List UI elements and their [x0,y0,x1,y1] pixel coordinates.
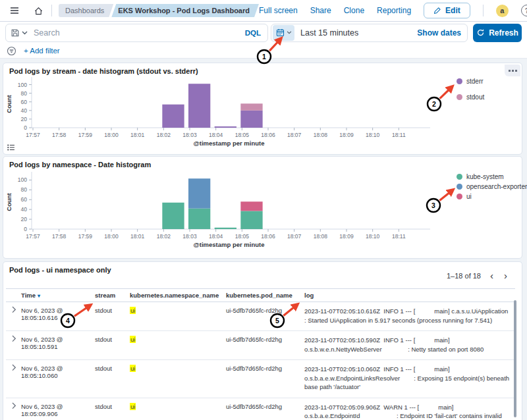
table-header-row: Time▾streamkubernetes.namespace_namekube… [6,288,515,302]
legend-toggle-icon[interactable] [5,142,17,153]
bar-namespace-kube-system-18:03[interactable] [188,209,210,229]
expand-row-icon[interactable] [6,360,21,373]
svg-text:40: 40 [21,107,28,114]
namespace-cell: ui [130,302,226,320]
refresh-icon [476,28,485,37]
bar-namespace-kube-system-18:05[interactable] [240,211,262,229]
bar-stream-stderr-18:04[interactable] [215,126,236,128]
avatar[interactable]: a [496,5,509,17]
svg-text:18:11: 18:11 [392,233,406,240]
svg-text:Count: Count [5,94,13,113]
filter-options-icon[interactable] [5,45,17,57]
column-header-log: log [304,289,515,302]
pod-cell: ui-5dfb7d65fc-rd2hg [226,360,304,378]
bar-namespace-kube-system-18:04[interactable] [215,228,236,229]
log-cell: 2023-11-07T02:05:10.590Z INFO 1 --- [ ma… [304,331,515,359]
expand-row-icon[interactable] [6,302,21,315]
bar-namespace-opensearch-exporter-18:03[interactable] [188,178,210,208]
search-bar: DQL [5,24,268,42]
svg-text:18:01: 18:01 [130,132,145,138]
svg-text:80: 80 [21,90,28,97]
pagination: 1–18 of 18 ‹ › [447,272,509,280]
time-cell: Nov 6, 2023 @ 18:05:09.906 [21,398,95,420]
saved-query-menu-button[interactable] [6,24,32,41]
legend-label: stdout [466,93,484,101]
svg-text:18:03: 18:03 [182,132,197,138]
svg-text:18:07: 18:07 [287,132,302,138]
calendar-icon [276,28,285,37]
next-page-icon[interactable]: › [503,272,509,280]
highlighted-namespace: ui [130,307,136,314]
svg-text:18:04: 18:04 [209,132,223,138]
panel-namespace-histogram: Pod logs by namespace - Date histogram 0… [3,156,522,259]
svg-text:18:09: 18:09 [339,132,354,138]
svg-text:18:01: 18:01 [130,233,145,240]
panel-options-icon[interactable] [505,65,520,76]
help-icon[interactable]: ? [521,5,527,16]
svg-text:18:09: 18:09 [339,233,354,240]
expand-column-header [6,289,21,294]
chart-legend: stderrstdout [457,78,484,101]
svg-text:17:58: 17:58 [52,132,67,138]
reporting-link[interactable]: Reporting [377,6,411,15]
legend-item-stderr[interactable]: stderr [457,78,484,85]
legend-label: stderr [466,78,484,85]
home-icon[interactable] [30,3,46,18]
legend-item-kube-system[interactable]: kube-system [457,173,527,180]
svg-text:@timestamp per minute: @timestamp per minute [194,140,265,147]
search-input[interactable] [32,28,238,38]
edit-button[interactable]: Edit [424,3,470,18]
menu-icon[interactable] [7,3,22,18]
bar-namespace-kube-system-18:02[interactable] [162,203,184,229]
bar-namespace-ui-18:05[interactable] [240,201,262,211]
show-dates-link[interactable]: Show dates [417,28,461,38]
bar-stream-stderr-18:03[interactable] [188,84,210,128]
time-range-value[interactable]: Last 15 minutes [300,28,358,38]
table-scrollbar[interactable] [514,300,516,417]
svg-text:60: 60 [21,196,28,203]
clone-link[interactable]: Clone [344,6,364,15]
date-quick-select-button[interactable] [273,25,294,41]
panel-stream-histogram: Pod logs by stream - date histogram (std… [3,63,522,155]
refresh-button[interactable]: Refresh [473,24,522,42]
share-link[interactable]: Share [310,6,331,15]
column-header-time[interactable]: Time▾ [21,289,95,302]
legend-dot-icon [457,184,462,190]
pagination-count: 1–18 of 18 [447,272,481,280]
log-cell: 2023-11-07T02:05:10.616Z INFO 1 --- [ ma… [304,302,515,330]
panel-title: Pod logs - ui namespace only [3,262,522,274]
svg-text:17:57: 17:57 [26,132,40,138]
namespace-cell: ui [130,331,226,349]
legend-label: opensearch-exporter [466,183,527,190]
bar-stream-stdout-18:05[interactable] [240,103,262,110]
svg-text:18:00: 18:00 [104,233,119,240]
bar-stream-stderr-18:05[interactable] [240,111,262,128]
column-header-kubernetes-namespace-name: kubernetes.namespace_name [130,289,226,302]
logs-table: Time▾streamkubernetes.namespace_namekube… [6,288,515,420]
stream-cell: stdout [95,360,130,378]
previous-page-icon[interactable]: ‹ [489,272,495,280]
svg-text:20: 20 [21,116,28,122]
add-filter-link[interactable]: + Add filter [24,47,60,55]
legend-label: kube-system [466,173,504,180]
filter-bar: + Add filter [0,43,527,59]
top-navigation: Dashboards EKS Workshop - Pod Logs Dashb… [0,0,527,22]
query-toolbar: DQL Last 15 minutes Show dates Refresh [0,22,527,43]
pod-cell: ui-5dfb7d65fc-rd2hg [226,302,304,320]
legend-item-ui[interactable]: ui [457,193,527,200]
breadcrumb-dashboards[interactable]: Dashboards [59,4,113,17]
svg-text:18:06: 18:06 [261,233,275,240]
expand-row-icon[interactable] [6,398,21,411]
full-screen-link[interactable]: Full screen [259,6,298,15]
legend-item-opensearch-exporter[interactable]: opensearch-exporter [457,183,527,190]
legend-dot-icon [457,94,462,100]
expand-row-icon[interactable] [6,331,21,344]
query-language-button[interactable]: DQL [238,29,267,37]
svg-text:17:58: 17:58 [52,233,67,240]
divider [483,5,484,16]
column-header-stream: stream [95,289,130,302]
namespace-cell: ui [130,398,226,416]
bar-stream-stderr-18:02[interactable] [162,105,184,128]
legend-item-stdout[interactable]: stdout [457,93,484,101]
time-cell: Nov 6, 2023 @ 18:05:10.616 [21,302,95,327]
